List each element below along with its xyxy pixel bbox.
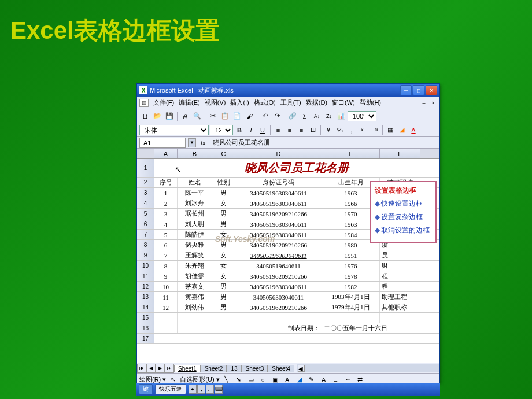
header-id[interactable]: 身份证号码: [235, 178, 322, 187]
cell-sex[interactable]: 女: [212, 261, 235, 271]
menu-window[interactable]: 窗口(W): [332, 98, 355, 107]
ime-btn-3[interactable]: 。: [206, 385, 214, 394]
row-header[interactable]: 7: [137, 230, 154, 239]
cell-title[interactable]: 员: [380, 250, 420, 260]
redo-icon[interactable]: ↷: [271, 110, 283, 122]
cell-birth[interactable]: 1979年4月1日: [322, 302, 380, 312]
undo-icon[interactable]: ↶: [259, 110, 271, 122]
row-header[interactable]: 12: [137, 282, 154, 291]
merge-icon[interactable]: ⊞: [308, 125, 318, 135]
cell-sex[interactable]: 女: [212, 198, 235, 208]
print-icon[interactable]: 🖨: [179, 110, 191, 122]
font-name-select[interactable]: 宋体: [139, 125, 209, 135]
cell-sex[interactable]: 男: [212, 240, 235, 250]
align-right-icon[interactable]: ≡: [296, 125, 306, 135]
sort-asc-icon[interactable]: A↓: [311, 110, 323, 122]
cell-seq[interactable]: 10: [154, 282, 178, 291]
cell-seq[interactable]: 6: [154, 240, 178, 250]
scroll-left-icon[interactable]: ◀: [298, 365, 305, 372]
menu-view[interactable]: 视图(V): [205, 98, 226, 107]
fx-icon[interactable]: fx: [201, 139, 206, 146]
name-dropdown-icon[interactable]: ▼: [188, 138, 196, 147]
menu-insert[interactable]: 插入(I): [230, 98, 249, 107]
row-header[interactable]: 15: [137, 313, 154, 323]
font-color-icon[interactable]: A: [408, 125, 419, 135]
row-header[interactable]: 6: [137, 219, 154, 229]
cell-seq[interactable]: 12: [154, 302, 178, 312]
titlebar[interactable]: X Microsoft Excel - 动画教程.xls ─ □ ✕: [137, 84, 439, 97]
zoom-select[interactable]: 100%: [348, 111, 376, 121]
decrease-indent-icon[interactable]: ⇤: [358, 125, 368, 135]
header-seq[interactable]: 序号: [154, 178, 178, 187]
row-header[interactable]: 10: [137, 261, 154, 271]
cell-title[interactable]: 财: [380, 261, 420, 271]
preview-icon[interactable]: 🔍: [191, 110, 203, 122]
align-center-icon[interactable]: ≡: [285, 125, 295, 135]
underline-button[interactable]: U: [257, 125, 268, 135]
cell-sex[interactable]: 女: [212, 230, 235, 239]
cell-seq[interactable]: 8: [154, 261, 178, 271]
cell-name[interactable]: 朱卉翔: [178, 261, 212, 271]
cell-name[interactable]: 储央雅: [178, 240, 212, 250]
cell-birth[interactable]: 1978: [322, 271, 380, 281]
cell-seq[interactable]: 9: [154, 271, 178, 281]
cell-birth[interactable]: 1976: [322, 261, 380, 271]
title-cell[interactable]: 晓风公司员工花名册: [154, 159, 439, 177]
name-box[interactable]: A1: [139, 138, 186, 148]
row-header[interactable]: 17: [137, 334, 154, 343]
close-button[interactable]: ✕: [426, 85, 437, 95]
cell-birth[interactable]: 1982: [322, 282, 380, 291]
ime-btn-4[interactable]: ⌨: [215, 385, 223, 394]
col-header-a[interactable]: A: [154, 149, 178, 158]
cell-sex[interactable]: 男: [212, 282, 235, 291]
popup-complex-border[interactable]: 设置复杂边框: [375, 212, 432, 222]
tab-13[interactable]: 13: [227, 365, 241, 372]
row-header[interactable]: 5: [137, 209, 154, 219]
header-name[interactable]: 姓名: [178, 178, 212, 187]
autosum-icon[interactable]: Σ: [299, 110, 311, 122]
cell-name[interactable]: 黄嘉伟: [178, 292, 212, 302]
ime-btn-1[interactable]: ●: [189, 385, 197, 394]
footer-value[interactable]: 二〇〇五年一月十六日: [322, 323, 439, 333]
tab-sheet3[interactable]: Sheet3: [242, 365, 268, 372]
cell-title[interactable]: 程: [380, 271, 420, 281]
cell-name[interactable]: 琚长州: [178, 209, 212, 219]
cell-sex[interactable]: 男: [212, 302, 235, 312]
minimize-button[interactable]: ─: [400, 85, 412, 95]
cell-seq[interactable]: 1: [154, 188, 178, 198]
menu-tools[interactable]: 工具(T): [280, 98, 301, 107]
save-icon[interactable]: 💾: [164, 110, 175, 122]
new-icon[interactable]: 🗋: [139, 110, 151, 122]
cell-name[interactable]: 陈一平: [178, 188, 212, 198]
row-header[interactable]: 2: [137, 178, 154, 187]
cell-sex[interactable]: 女: [212, 250, 235, 260]
footer-label[interactable]: 制表日期：: [235, 323, 322, 333]
menu-data[interactable]: 数据(D): [306, 98, 327, 107]
tab-last-icon[interactable]: ⏭: [165, 364, 174, 373]
cell-seq[interactable]: 3: [154, 209, 178, 219]
cell-id[interactable]: 340505196303040611: [235, 188, 322, 198]
row-header[interactable]: 16: [137, 323, 154, 333]
comma-icon[interactable]: ,: [346, 125, 357, 135]
col-header-b[interactable]: B: [178, 149, 212, 158]
cell-title[interactable]: 程: [380, 282, 420, 291]
taskbar-key[interactable]: 键: [139, 384, 153, 394]
select-all-corner[interactable]: [137, 149, 154, 158]
ime-name[interactable]: 快乐五笔: [155, 384, 186, 394]
col-header-e[interactable]: E: [322, 149, 380, 158]
cell-id[interactable]: 340505196209210266: [235, 271, 322, 281]
cell-id[interactable]: 340505196209210266: [235, 240, 322, 250]
tab-sheet4[interactable]: Sheet4: [268, 365, 294, 372]
menu-edit[interactable]: 编辑(E): [179, 98, 200, 107]
align-left-icon[interactable]: ≡: [273, 125, 283, 135]
col-header-c[interactable]: C: [212, 149, 235, 158]
open-icon[interactable]: 📂: [152, 110, 163, 122]
italic-button[interactable]: I: [246, 125, 256, 135]
sort-desc-icon[interactable]: Z↓: [323, 110, 335, 122]
cell-birth[interactable]: 1983年4月1日: [322, 292, 380, 302]
row-header[interactable]: 13: [137, 292, 154, 302]
tab-first-icon[interactable]: ⏮: [137, 364, 146, 373]
header-sex[interactable]: 性别: [212, 178, 235, 187]
menu-format[interactable]: 格式(O): [254, 98, 276, 107]
row-header[interactable]: 4: [137, 198, 154, 208]
